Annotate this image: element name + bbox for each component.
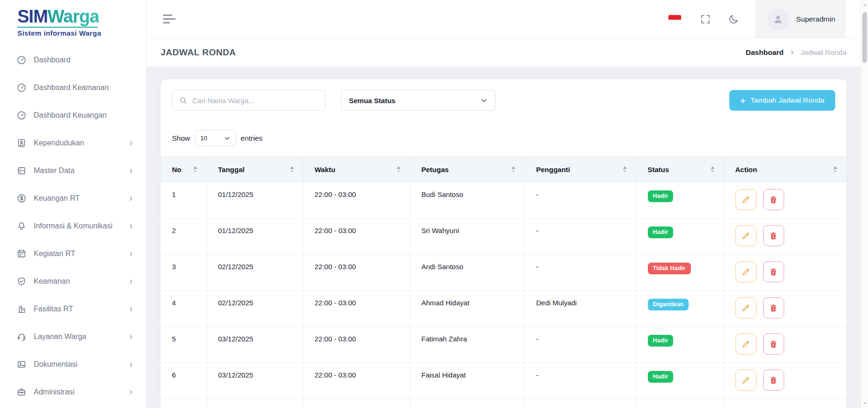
sidebar-item-dashboard-keamanan[interactable]: Dashboard Keamanan xyxy=(0,74,146,102)
delete-button[interactable] xyxy=(763,297,784,318)
breadcrumb-parent[interactable]: Dashboard xyxy=(746,48,784,57)
cell-pengganti: - xyxy=(525,363,636,399)
edit-button[interactable] xyxy=(735,225,757,246)
cell-petugas: Fatimah Zahra xyxy=(410,327,525,363)
status-filter-select[interactable]: Semua Status xyxy=(341,90,496,111)
sidebar-item-label: Keamanan xyxy=(34,277,70,286)
search-input[interactable] xyxy=(193,97,319,105)
sidebar-item-layanan-warga[interactable]: Layanan Warga xyxy=(0,323,146,351)
fullscreen-icon[interactable] xyxy=(700,14,711,25)
topbar-right: Superadmin xyxy=(668,0,846,38)
chevron-right-icon xyxy=(128,279,134,285)
column-label: Action xyxy=(735,166,757,174)
sidebar-item-label: Kegiatan RT xyxy=(34,249,75,258)
cell-tanggal: 03/12/2025 xyxy=(207,363,303,399)
edit-button[interactable] xyxy=(735,333,757,355)
edit-button[interactable] xyxy=(735,261,757,282)
delete-button[interactable] xyxy=(763,333,784,355)
topbar: Superadmin xyxy=(147,0,868,38)
column-header-pengganti[interactable]: Pengganti xyxy=(525,157,636,182)
delete-button[interactable] xyxy=(763,261,784,282)
chevron-right-icon xyxy=(128,251,134,257)
sidebar-item-dashboard-keuangan[interactable]: Dashboard Keuangan xyxy=(0,102,146,129)
edit-button[interactable] xyxy=(735,189,757,210)
edit-button[interactable] xyxy=(735,370,757,391)
sidebar-item-label: Dashboard xyxy=(34,56,70,64)
cell-petugas: Faisal Hidayat xyxy=(410,363,525,399)
search-box xyxy=(172,90,326,111)
sidebar-item-master-data[interactable]: Master Data xyxy=(0,157,146,185)
sidebar-item-label: Dashboard Keuangan xyxy=(34,111,107,120)
delete-button[interactable] xyxy=(763,189,784,210)
column-header-no[interactable]: No xyxy=(161,157,207,182)
indonesia-flag-icon[interactable] xyxy=(668,15,681,23)
column-header-waktu[interactable]: Waktu xyxy=(303,157,410,182)
plus-icon: + xyxy=(740,96,745,105)
scroll-down-icon[interactable] xyxy=(861,400,868,406)
column-label: Waktu xyxy=(315,166,335,174)
cell-no: 4 xyxy=(161,291,207,327)
status-filter-value: Semua Status xyxy=(349,97,395,105)
status-badge: Hadir xyxy=(648,190,674,202)
sidebar-item-fasilitas-rt[interactable]: Fasilitas RT xyxy=(0,295,146,323)
chevron-right-icon xyxy=(789,50,795,55)
sidebar-item-dokumentasi[interactable]: Dokumentasi xyxy=(0,351,146,378)
scrollbar-thumb[interactable] xyxy=(862,12,867,63)
sidebar-item-kegiatan-rt[interactable]: Kegiatan RT xyxy=(0,240,146,268)
breadcrumb: Dashboard Jadwal Ronda xyxy=(746,48,846,57)
cell-status: Hadir xyxy=(636,363,724,399)
sidebar-item-label: Dokumentasi xyxy=(34,360,77,369)
sidebar-toggle-icon[interactable] xyxy=(163,15,176,23)
user-menu[interactable]: Superadmin xyxy=(755,0,846,38)
sidebar-item-informasi-komunikasi[interactable]: Informasi & Komunikasi xyxy=(0,212,146,240)
sidebar-item-keuangan-rt[interactable]: Keuangan RT xyxy=(0,185,146,212)
delete-button[interactable] xyxy=(763,370,784,391)
chevron-right-icon xyxy=(128,140,134,146)
dollar-circle-icon xyxy=(16,193,27,204)
add-button-label: Tambah Jadwal Ronda xyxy=(750,96,824,105)
sidebar-item-keamanan[interactable]: Keamanan xyxy=(0,268,146,295)
vertical-scrollbar xyxy=(861,0,868,408)
column-header-status[interactable]: Status xyxy=(636,157,724,182)
status-badge: Hadir xyxy=(648,227,674,238)
sidebar-item-administrasi[interactable]: Administrasi xyxy=(0,378,146,406)
status-badge: Tidak Hadir xyxy=(648,263,691,274)
scroll-up-icon[interactable] xyxy=(861,2,868,8)
cell-pengganti: - xyxy=(525,182,636,219)
moon-icon[interactable] xyxy=(728,14,739,25)
cell-petugas: Ahmad Hidayat xyxy=(410,291,525,327)
edit-button[interactable] xyxy=(735,297,757,318)
delete-button[interactable] xyxy=(763,225,784,246)
briefcase-icon xyxy=(16,387,27,397)
column-header-petugas[interactable]: Petugas xyxy=(410,157,525,182)
table-row-partial xyxy=(161,399,846,408)
table-row: 503/12/202522:00 - 03:00Fatimah Zahra-Ha… xyxy=(161,327,846,363)
per-page-select[interactable]: 10 xyxy=(195,130,236,146)
cell-waktu: 22:00 - 03:00 xyxy=(303,255,410,291)
sidebar-item-dashboard[interactable]: Dashboard xyxy=(0,46,146,74)
column-header-action[interactable]: Action xyxy=(724,157,846,182)
cell-status: Digantikan xyxy=(636,291,724,327)
sidebar-item-label: Keuangan RT xyxy=(34,194,80,203)
cell-no: 6 xyxy=(161,363,207,399)
cell-action xyxy=(724,327,846,363)
column-label: No xyxy=(172,166,181,174)
add-jadwal-ronda-button[interactable]: + Tambah Jadwal Ronda xyxy=(729,90,835,111)
sidebar-item-label: Kependudukan xyxy=(34,139,84,147)
database-icon xyxy=(16,166,27,176)
gauge-icon xyxy=(16,110,27,121)
page-title: JADWAL RONDA xyxy=(161,47,236,58)
sort-icon xyxy=(512,166,515,173)
shield-check-icon xyxy=(16,276,27,287)
table-row: 603/12/202522:00 - 03:00Faisal Hidayat-H… xyxy=(161,363,846,399)
cell-waktu: 22:00 - 03:00 xyxy=(303,219,410,255)
status-badge: Hadir xyxy=(648,371,674,383)
table-row: 302/12/202522:00 - 03:00Andi Santoso-Tid… xyxy=(161,255,846,291)
sidebar-item-kependudukan[interactable]: Kependudukan xyxy=(0,129,146,157)
column-header-tanggal[interactable]: Tanggal xyxy=(207,157,303,182)
cell-waktu: 22:00 - 03:00 xyxy=(303,291,410,327)
cell-action xyxy=(724,219,846,255)
id-card-icon xyxy=(16,138,27,148)
cell-no: 3 xyxy=(161,255,207,291)
username: Superadmin xyxy=(796,15,835,23)
